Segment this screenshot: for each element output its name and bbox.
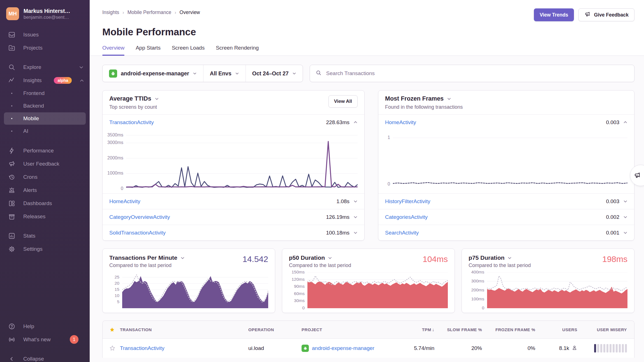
give-feedback-button[interactable]: Give Feedback bbox=[578, 8, 634, 21]
search-icon bbox=[8, 64, 15, 71]
breadcrumb-separator: › bbox=[175, 10, 176, 15]
environment-filter[interactable]: All Envs bbox=[203, 65, 245, 82]
chevron-down-icon[interactable] bbox=[508, 256, 512, 259]
screen-row[interactable]: HomeActivity 1.08s bbox=[103, 193, 364, 209]
search-transactions-field[interactable] bbox=[310, 65, 634, 82]
project-link[interactable]: android-expense-manager bbox=[312, 345, 374, 351]
sidebar-item-performance[interactable]: Performance bbox=[0, 144, 90, 157]
transaction-link[interactable]: TransactionActivity bbox=[109, 119, 154, 126]
tpm-card: Transactions Per Minute Compared to the … bbox=[102, 249, 275, 313]
sidebar-item-projects[interactable]: Projects bbox=[0, 41, 90, 54]
sidebar-item-dashboards[interactable]: Dashboards bbox=[0, 197, 90, 210]
sidebar-item-label: Releases bbox=[23, 214, 45, 220]
project-cell[interactable]: android-expense-manager bbox=[302, 345, 394, 352]
sidebar-item-label: User Feedback bbox=[23, 161, 59, 167]
star-toggle[interactable] bbox=[103, 345, 120, 351]
chevron-down-icon[interactable] bbox=[180, 256, 185, 259]
metric-title: p75 Duration bbox=[469, 254, 504, 261]
column-header-transaction[interactable]: TRANSACTION bbox=[120, 327, 248, 332]
tab-overview[interactable]: Overview bbox=[102, 45, 124, 55]
tab-screen-loads[interactable]: Screen Loads bbox=[172, 45, 205, 55]
sidebar-item-stats[interactable]: Stats bbox=[0, 229, 90, 242]
sidebar-item-backend[interactable]: Backend bbox=[4, 100, 86, 112]
sidebar-item-help[interactable]: Help bbox=[0, 320, 90, 333]
column-header-frozen-frame[interactable]: FROZEN FRAME % bbox=[495, 327, 537, 332]
project-filter[interactable]: android-expense-manager bbox=[103, 65, 203, 82]
sidebar-item-label: Backend bbox=[23, 103, 44, 109]
sidebar-item-releases[interactable]: Releases bbox=[0, 210, 90, 223]
chevron-down-icon[interactable] bbox=[623, 200, 627, 203]
column-header-user-misery[interactable]: USER MISERY bbox=[597, 327, 634, 332]
chevron-down-icon[interactable] bbox=[623, 231, 627, 234]
column-header-tpm[interactable]: TPM↓ bbox=[422, 327, 436, 332]
screen-row[interactable]: CategoryOverviewActivity 126.19ms bbox=[103, 209, 364, 225]
search-input[interactable] bbox=[326, 70, 629, 77]
chart-plot bbox=[393, 132, 627, 184]
chevron-up-icon[interactable] bbox=[623, 121, 627, 124]
tab-screen-rendering[interactable]: Screen Rendering bbox=[216, 45, 259, 55]
user-misery-cell bbox=[594, 344, 634, 352]
avatar: MH bbox=[6, 7, 19, 20]
transaction-link[interactable]: SearchActivity bbox=[385, 230, 419, 236]
tpm-chart: 252015105 bbox=[109, 272, 268, 308]
breadcrumb-mobile-performance[interactable]: Mobile Performance bbox=[128, 10, 172, 15]
chevron-down-icon bbox=[292, 72, 296, 75]
operation-cell: ui.load bbox=[248, 345, 302, 351]
screen-row[interactable]: SolidTransactionActivity 100.18ms bbox=[103, 225, 364, 240]
screen-row[interactable]: SearchActivity 0.001 bbox=[378, 225, 634, 240]
sidebar-item-whats-new[interactable]: What's new 1 bbox=[0, 333, 90, 346]
transaction-link[interactable]: TransactionActivity bbox=[120, 345, 248, 351]
column-header-users[interactable]: USERS bbox=[562, 327, 579, 332]
users-cell: 8.1k bbox=[559, 345, 579, 352]
sidebar-item-alerts[interactable]: Alerts bbox=[0, 184, 90, 197]
chevron-down-icon[interactable] bbox=[155, 97, 159, 100]
sidebar-item-issues[interactable]: Issues bbox=[0, 28, 90, 41]
transaction-link[interactable]: HomeActivity bbox=[109, 198, 140, 205]
chevron-down-icon[interactable] bbox=[328, 256, 332, 259]
sidebar-item-user-feedback[interactable]: User Feedback bbox=[0, 157, 90, 170]
sidebar-item-insights[interactable]: Insights alpha bbox=[0, 74, 90, 87]
view-all-button[interactable]: View All bbox=[328, 95, 358, 108]
sidebar-item-mobile[interactable]: Mobile bbox=[4, 112, 86, 125]
sidebar-item-label: Performance bbox=[23, 148, 54, 154]
tab-app-starts[interactable]: App Starts bbox=[136, 45, 161, 55]
user-menu[interactable]: MH Markus Hinterst… benjamin.coe@sent… bbox=[0, 0, 90, 20]
slow-frame-cell: 20% bbox=[471, 345, 484, 351]
screen-row[interactable]: HistoryFilterActivity 0.003 bbox=[378, 193, 634, 209]
chevron-down-icon[interactable] bbox=[353, 215, 358, 219]
chevron-down-icon[interactable] bbox=[447, 97, 451, 100]
bullet-icon bbox=[8, 131, 15, 132]
chevron-down-icon[interactable] bbox=[623, 215, 627, 219]
android-icon bbox=[109, 69, 117, 78]
ttid-value: 228.63ms bbox=[326, 119, 349, 126]
sidebar-collapse-button[interactable]: Collapse bbox=[0, 352, 90, 362]
lightning-icon bbox=[8, 147, 15, 154]
sidebar-item-crons[interactable]: Crons bbox=[0, 170, 90, 184]
breadcrumb-insights[interactable]: Insights bbox=[102, 10, 119, 15]
screen-row[interactable]: CategoriesActivity 0.002 bbox=[378, 209, 634, 225]
column-header-operation[interactable]: OPERATION bbox=[248, 327, 302, 332]
chevron-down-icon[interactable] bbox=[353, 231, 358, 234]
transaction-link[interactable]: CategoryOverviewActivity bbox=[109, 214, 170, 220]
transaction-link[interactable]: HomeActivity bbox=[385, 119, 416, 126]
screen-row[interactable]: HomeActivity 0.003 bbox=[378, 114, 634, 130]
sidebar-item-explore[interactable]: Explore bbox=[0, 61, 90, 74]
transaction-link[interactable]: CategoriesActivity bbox=[385, 214, 428, 220]
table-row[interactable]: TransactionActivity ui.load bbox=[103, 339, 634, 358]
transaction-link[interactable]: SolidTransactionActivity bbox=[109, 230, 166, 236]
chevron-down-icon[interactable] bbox=[353, 200, 358, 203]
chevron-up-icon[interactable] bbox=[353, 121, 358, 124]
screen-row[interactable]: TransactionActivity 228.63ms bbox=[103, 114, 364, 130]
column-header-project[interactable]: PROJECT bbox=[302, 327, 394, 332]
megaphone-icon bbox=[584, 11, 591, 19]
column-header-slow-frame[interactable]: SLOW FRAME % bbox=[447, 327, 484, 332]
view-trends-button[interactable]: View Trends bbox=[534, 8, 574, 21]
sidebar-item-ai[interactable]: AI bbox=[4, 125, 86, 137]
star-icon[interactable] bbox=[103, 327, 120, 333]
date-range-filter[interactable]: Oct 24–Oct 27 bbox=[245, 65, 303, 82]
sidebar-item-settings[interactable]: Settings bbox=[0, 242, 90, 256]
filter-bar: android-expense-manager All Envs Oct 24–… bbox=[102, 65, 634, 82]
transaction-link[interactable]: HistoryFilterActivity bbox=[385, 198, 430, 205]
sidebar-item-frontend[interactable]: Frontend bbox=[4, 87, 86, 99]
sidebar-item-label: Settings bbox=[23, 246, 43, 252]
